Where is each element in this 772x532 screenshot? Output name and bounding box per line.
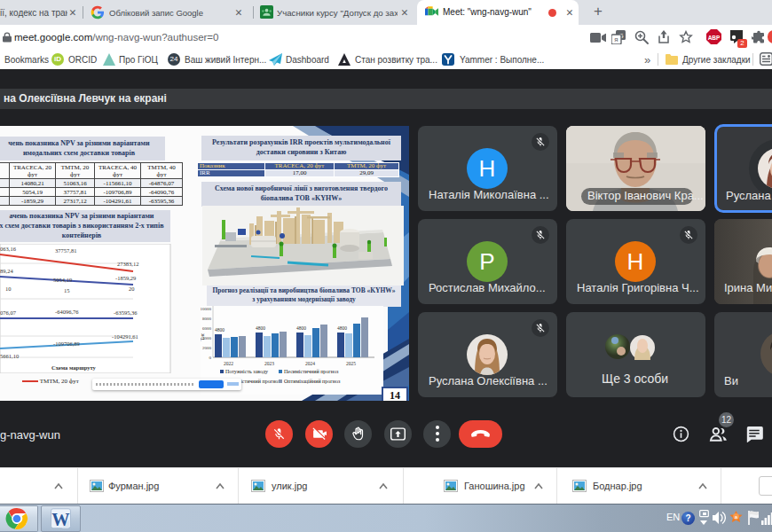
svg-text:Потужність заводу: Потужність заводу [225, 369, 268, 374]
svg-text:4800: 4800 [296, 325, 306, 331]
svg-text:6000: 6000 [202, 326, 212, 331]
svg-text:5054,19: 5054,19 [53, 277, 72, 283]
svg-text:я: я [614, 35, 618, 43]
svg-text:-63595,36: -63595,36 [114, 309, 138, 316]
svg-text:-104291,61: -104291,61 [112, 333, 138, 340]
svg-text:-109706,89: -109706,89 [53, 340, 80, 347]
svg-text:15: 15 [64, 287, 70, 293]
svg-text:-1859,29: -1859,29 [115, 275, 136, 281]
svg-text:ABP: ABP [708, 35, 721, 41]
svg-text:20: 20 [129, 286, 135, 292]
svg-text:89,24: 89,24 [0, 268, 13, 274]
svg-text:4800: 4800 [256, 325, 265, 331]
svg-text:2023: 2023 [264, 361, 274, 366]
svg-text:2022: 2022 [224, 361, 233, 366]
svg-text:2024: 2024 [305, 361, 315, 366]
svg-text:27383,12: 27383,12 [117, 261, 138, 267]
svg-text:8000: 8000 [202, 317, 212, 321]
svg-text:Оптимізаційний прогноз: Оптимізаційний прогноз [284, 379, 341, 384]
svg-text:Тис: Тис [201, 332, 205, 340]
svg-text:10000: 10000 [201, 307, 212, 311]
svg-text:Песимістичний прогноз: Песимістичний прогноз [284, 369, 339, 374]
svg-text:4800: 4800 [215, 327, 225, 332]
svg-text:Схема маршруту: Схема маршруту [51, 364, 97, 371]
svg-text:5661,10: 5661,10 [0, 353, 19, 359]
svg-text:W: W [51, 510, 69, 529]
svg-text:2000: 2000 [202, 346, 212, 350]
svg-text:10: 10 [5, 286, 12, 292]
svg-text:076,07: 076,07 [0, 309, 17, 316]
svg-text:063,16: 063,16 [0, 246, 17, 252]
svg-text:2025: 2025 [346, 361, 356, 366]
svg-text:37757,81: 37757,81 [55, 247, 76, 254]
svg-text:4800: 4800 [337, 325, 347, 331]
svg-text:-64096,76: -64096,76 [55, 309, 79, 315]
